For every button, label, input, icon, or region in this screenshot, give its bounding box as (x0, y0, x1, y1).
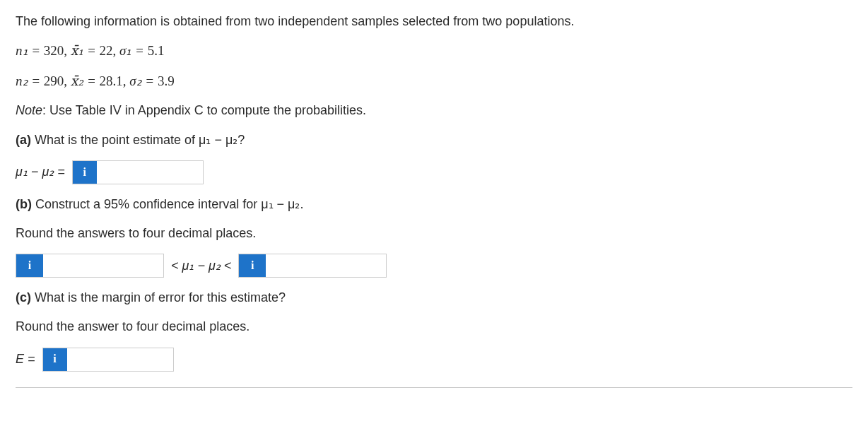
intro-text: The following information is obtained fr… (16, 13, 852, 30)
x2-val: 28.1, (99, 73, 126, 88)
x2-lbl: x̄₂ = (67, 73, 99, 88)
part-c-input[interactable] (67, 348, 173, 371)
part-a-text: What is the point estimate of μ₁ − μ₂? (35, 133, 245, 147)
part-c-label: E = (16, 350, 35, 368)
s1-lbl: σ₁ = (116, 43, 147, 58)
part-c-text: What is the margin of error for this est… (35, 290, 286, 304)
part-b-lower-input[interactable] (43, 254, 163, 277)
part-a-question: (a) What is the point estimate of μ₁ − μ… (16, 131, 852, 149)
n1-val: 320, (44, 43, 67, 58)
n2-val: 290, (44, 73, 67, 88)
info-icon[interactable]: i (239, 254, 266, 277)
part-c-hint: Round the answer to four decimal places. (16, 318, 852, 336)
part-a-input-row: μ₁ − μ₂ = i (16, 160, 852, 184)
part-b-mid-label: < μ₁ − μ₂ < (171, 257, 231, 275)
part-a-input-group: i (72, 160, 204, 184)
part-c-tag: (c) (16, 290, 35, 304)
n2-lhs: n₂ = (16, 73, 44, 88)
note-prefix: Note (16, 103, 42, 117)
part-c-question: (c) What is the margin of error for this… (16, 289, 852, 307)
s1-val: 5.1 (148, 43, 165, 58)
note-line: Note: Use Table IV in Appendix C to comp… (16, 102, 852, 119)
s2-val: 3.9 (158, 73, 175, 88)
n1-lhs: n₁ = (16, 43, 44, 58)
part-b-tag: (b) (16, 197, 35, 211)
part-b-upper-input[interactable] (266, 254, 386, 277)
part-b-question: (b) Construct a 95% confidence interval … (16, 196, 852, 213)
part-b-upper-group: i (238, 254, 387, 278)
sample1-line: n₁ = 320, x̄₁ = 22, σ₁ = 5.1 (16, 42, 852, 61)
s2-lbl: σ₂ = (126, 73, 157, 88)
part-b-lower-group: i (16, 254, 164, 278)
separator (16, 387, 852, 388)
part-a-label: μ₁ − μ₂ = (16, 163, 65, 181)
part-b-text: Construct a 95% confidence interval for … (35, 197, 303, 211)
part-b-hint: Round the answers to four decimal places… (16, 225, 852, 242)
sample2-line: n₂ = 290, x̄₂ = 28.1, σ₂ = 3.9 (16, 72, 852, 91)
info-icon[interactable]: i (73, 161, 97, 184)
part-c-input-group: i (42, 348, 174, 372)
part-a-tag: (a) (16, 133, 35, 147)
info-icon[interactable]: i (16, 254, 43, 277)
part-b-input-row: i < μ₁ − μ₂ < i (16, 254, 852, 278)
note-body: : Use Table IV in Appendix C to compute … (42, 103, 366, 117)
part-a-input[interactable] (97, 161, 203, 184)
info-icon[interactable]: i (43, 348, 67, 371)
part-c-input-row: E = i (16, 348, 852, 372)
x1-lbl: x̄₁ = (67, 43, 99, 58)
x1-val: 22, (99, 43, 116, 58)
